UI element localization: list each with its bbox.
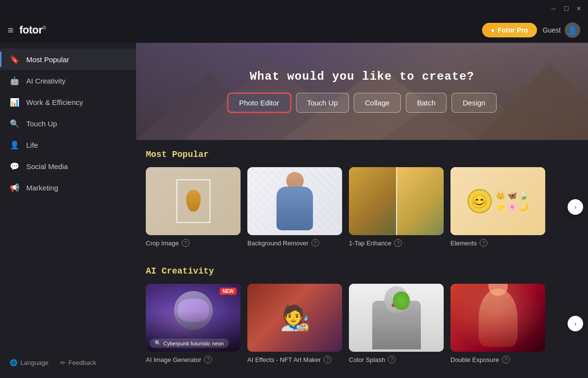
ai-creativity-scroll-btn[interactable]: › [568, 316, 583, 331]
avatar-icon: 👤 [568, 26, 577, 35]
person-icon: 👤 [10, 140, 19, 150]
sidebar-label-most-popular: Most Popular [26, 55, 69, 64]
card-thumb-color-splash [349, 284, 444, 352]
sidebar-item-marketing[interactable]: 📢 Marketing [0, 177, 136, 198]
person-body [277, 187, 313, 230]
app-body: 🔖 Most Popular 🤖 AI Creativity 📊 Work & … [0, 43, 588, 378]
titlebar-controls: ─ ☐ ✕ [550, 5, 582, 12]
help-icon-color-splash: ? [388, 356, 396, 363]
ai-gen-search-label: 🔍 Cyberpunk futuristic neon [150, 339, 229, 348]
sticker-row-1: 👑 🦋 🍃 [496, 191, 529, 200]
double-exp-head [488, 284, 508, 296]
sidebar-label-life: Life [26, 141, 38, 149]
sidebar-label-work-efficiency: Work & Efficiency [26, 98, 83, 106]
minimize-button[interactable]: ─ [550, 5, 557, 12]
sticker-grid: 👑 🦋 🍃 ⭐ 🌸 🌙 [496, 191, 529, 211]
hamburger-icon[interactable]: ≡ [8, 25, 14, 36]
nft-label: AI Effects - NFT Art Maker ? [247, 356, 342, 363]
bookmark-icon: 🔖 [10, 54, 19, 64]
enhance-right [397, 167, 444, 235]
enhance-left [349, 167, 397, 235]
ai-creativity-section: AI Creativity NEW 🔍 Cyberpunk futur [136, 257, 588, 363]
diamond-icon: ♦ [491, 26, 494, 34]
header-right: ♦ Fotor Pro Guest 👤 [482, 22, 580, 38]
most-popular-section: Most Popular Crop Image [136, 140, 588, 247]
sidebar-item-life[interactable]: 👤 Life [0, 134, 136, 155]
card-thumb-bg-remove [247, 167, 342, 235]
card-nft-art-maker[interactable]: 🧑‍🎨 AI Effects - NFT Art Maker ? [247, 284, 342, 363]
help-icon-elements: ? [480, 239, 487, 247]
sticker-flower: 🌸 [507, 202, 517, 211]
sidebar-label-ai-creativity: AI Creativity [26, 77, 66, 85]
color-splash-figure [372, 286, 421, 349]
most-popular-title: Most Popular [146, 150, 578, 159]
double-exp-figure [479, 289, 518, 347]
most-popular-scroll-btn[interactable]: › [568, 199, 583, 215]
sidebar-item-ai-creativity[interactable]: 🤖 AI Creativity [0, 70, 136, 91]
bg-remover-label: Background Remover ? [247, 239, 342, 247]
card-color-splash[interactable]: Color Splash ? [349, 284, 444, 363]
language-item[interactable]: 🌐 Language [10, 359, 49, 366]
card-thumb-nft: 🧑‍🎨 [247, 284, 342, 352]
green-apple [393, 292, 410, 310]
enhance-visual [349, 167, 444, 235]
search-mini-icon: 🔍 [155, 340, 161, 346]
sidebar-footer: 🌐 Language ✏ Feedback [0, 353, 136, 372]
card-thumb-ai-gen: NEW 🔍 Cyberpunk futuristic neon [146, 284, 241, 352]
guest-button[interactable]: Guest 👤 [543, 22, 580, 38]
card-crop-image[interactable]: Crop Image ? [146, 167, 241, 247]
titlebar: ─ ☐ ✕ [0, 0, 588, 17]
crop-visual [146, 167, 241, 235]
hero-btn-touch-up[interactable]: Touch Up [296, 93, 349, 113]
avatar: 👤 [565, 22, 580, 38]
close-button[interactable]: ✕ [575, 5, 582, 12]
ai-icon: 🤖 [10, 76, 19, 86]
crop-label: Crop Image ? [146, 239, 241, 247]
help-icon-ai-gen: ? [204, 356, 212, 363]
mountain-bg [136, 43, 588, 140]
ai-creativity-cards: NEW 🔍 Cyberpunk futuristic neon AI Image… [146, 284, 578, 363]
card-elements[interactable]: 👑 🦋 🍃 ⭐ 🌸 🌙 [450, 167, 545, 247]
sidebar-item-social-media[interactable]: 💬 Social Media [0, 155, 136, 177]
enhance-label: 1-Tap Enhance ? [349, 239, 444, 247]
maximize-button[interactable]: ☐ [563, 5, 570, 12]
hero-btn-photo-editor[interactable]: Photo Editor [227, 93, 291, 113]
card-1tap-enhance[interactable]: 1-Tap Enhance ? [349, 167, 444, 247]
help-icon-double-exp: ? [502, 356, 510, 363]
sticker-crown: 👑 [496, 191, 505, 200]
card-ai-image-generator[interactable]: NEW 🔍 Cyberpunk futuristic neon AI Image… [146, 284, 241, 363]
chat-icon: 💬 [10, 161, 19, 171]
help-icon-bg-remove: ? [311, 239, 319, 247]
sidebar-item-most-popular[interactable]: 🔖 Most Popular [0, 49, 136, 70]
card-double-exposure[interactable]: Double Exposure ? [450, 284, 545, 363]
person-container [247, 167, 342, 235]
enhance-divider [396, 167, 397, 235]
pencil-icon: ✏ [60, 359, 66, 366]
hero-btn-batch[interactable]: Batch [406, 93, 447, 113]
hero-btn-collage[interactable]: Collage [354, 93, 401, 113]
sidebar-item-touch-up[interactable]: 🔍 Touch Up [0, 113, 136, 134]
painter-emoji: 🧑‍🎨 [280, 304, 310, 332]
hero-btn-design[interactable]: Design [451, 93, 497, 113]
nft-content: 🧑‍🎨 [247, 284, 342, 352]
feedback-item[interactable]: ✏ Feedback [60, 359, 96, 366]
sticker-leaf: 🍃 [519, 191, 529, 200]
help-icon-nft: ? [324, 356, 331, 363]
sidebar: 🔖 Most Popular 🤖 AI Creativity 📊 Work & … [0, 43, 136, 378]
hero-buttons: Photo Editor Touch Up Collage Batch Desi… [227, 93, 497, 113]
main-content: What would you like to create? Photo Edi… [136, 43, 588, 378]
card-thumb-elements: 👑 🦋 🍃 ⭐ 🌸 🌙 [450, 167, 545, 235]
sticker-moon: 🌙 [519, 202, 529, 211]
sidebar-label-touch-up: Touch Up [26, 120, 57, 128]
ai-gen-inner: 🔍 Cyberpunk futuristic neon [146, 284, 241, 352]
sidebar-item-work-efficiency[interactable]: 📊 Work & Efficiency [0, 91, 136, 113]
card-bg-remover[interactable]: Background Remover ? [247, 167, 342, 247]
language-icon: 🌐 [10, 359, 17, 366]
help-icon-enhance: ? [394, 239, 402, 247]
card-thumb-double-exp [450, 284, 545, 352]
card-thumb-enhance [349, 167, 444, 235]
app-header: ≡ fotor® ♦ Fotor Pro Guest 👤 [0, 17, 588, 43]
fotor-pro-button[interactable]: ♦ Fotor Pro [482, 23, 536, 37]
sticker-star: ⭐ [496, 202, 505, 211]
ai-gen-label: AI Image Generator ? [146, 356, 241, 363]
